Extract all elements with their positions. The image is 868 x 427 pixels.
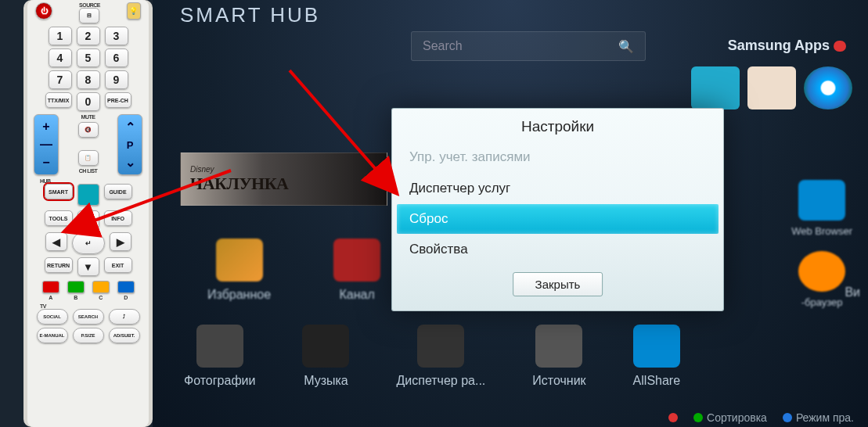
tools-button[interactable]: TOOLS [45, 210, 73, 226]
num-0[interactable]: 0 [77, 92, 100, 111]
allshare-icon [633, 325, 680, 368]
guide-button[interactable]: GUIDE [104, 184, 132, 199]
channel-app[interactable]: Канал [333, 239, 380, 302]
music-icon [302, 325, 349, 368]
footer-b-sort: Сортировка [693, 411, 767, 424]
badge-icon [834, 41, 846, 52]
footer-nav: Сортировка Режим пра. [668, 411, 854, 424]
channel-icon [333, 239, 380, 282]
mute-label: MUTE [81, 114, 95, 120]
num-8[interactable]: 8 [77, 70, 100, 89]
footer-a [668, 411, 678, 424]
top-app-2[interactable] [747, 66, 796, 109]
num-9[interactable]: 9 [105, 70, 128, 89]
dialog-item-accounts[interactable]: Упр. учет. записями [392, 142, 723, 173]
vol-down-icon: − [42, 156, 49, 170]
banner-title: ЧАКЛУНКА [190, 174, 288, 193]
ttx-button[interactable]: TTX/MIX [45, 92, 72, 108]
browser-app[interactable]: -браузер [791, 251, 852, 308]
app-row-2: Фотографии Музыка Диспетчер ра... Источн… [184, 325, 680, 388]
dialog-close-button[interactable]: Закрыть [513, 272, 603, 296]
color-a-button[interactable] [42, 281, 59, 293]
source-button[interactable]: ⊟ [79, 8, 99, 23]
num-6[interactable]: 6 [105, 48, 128, 67]
source-icon [535, 325, 582, 368]
color-b-button[interactable] [67, 281, 85, 293]
app-row-1: Избранное Канал [207, 239, 380, 302]
color-d-button[interactable] [117, 281, 135, 293]
mute-button[interactable]: 🔇 [78, 122, 99, 138]
favorites-app[interactable]: Избранное [207, 239, 271, 302]
tv-label: TV [40, 303, 142, 309]
channel-rocker[interactable]: ⌃ P ⌄ [117, 114, 142, 175]
chlist-button[interactable]: 📋 [78, 150, 99, 166]
ch-up-icon: ⌃ [125, 120, 135, 135]
volume-rocker[interactable]: + — − [34, 114, 59, 175]
menu-icon-button[interactable] [77, 184, 99, 206]
num-5[interactable]: 5 [77, 48, 100, 67]
remote-control: ⏻ SOURCE ⊟ 💡 1 2 3 4 5 6 7 8 9 TTX/MIX 0… [27, 0, 149, 427]
video-app-label[interactable]: Ви [845, 285, 860, 300]
power-button[interactable]: ⏻ [35, 2, 52, 20]
num-7[interactable]: 7 [49, 70, 72, 89]
return-button[interactable]: RETURN [45, 257, 73, 273]
dialog-title: Настройки [392, 109, 723, 142]
dialog-item-properties[interactable]: Свойства [392, 234, 723, 265]
right-app-column: Web Browser -браузер [791, 180, 852, 308]
top-app-1[interactable] [691, 66, 740, 109]
top-app-row [691, 66, 852, 109]
adsubt-button[interactable]: AD/SUBT. [109, 328, 140, 343]
banner-brand: Disney [190, 165, 288, 174]
info-button[interactable]: INFO [104, 210, 132, 226]
smarthub-title: SMART HUB [180, 3, 320, 27]
dialog-item-services[interactable]: Диспетчер услуг [392, 173, 723, 204]
dispatcher-icon [417, 325, 464, 368]
photos-app[interactable]: Фотографии [184, 325, 255, 388]
num-2[interactable]: 2 [77, 27, 100, 45]
down-arrow[interactable]: ▼ [77, 257, 99, 276]
featured-banner[interactable]: Disney ЧАКЛУНКА [180, 152, 387, 206]
social-button[interactable]: SOCIAL [37, 309, 68, 325]
d-button[interactable]: ⤴ [109, 309, 140, 325]
allshare-app[interactable]: AllShare [633, 325, 680, 388]
right-arrow[interactable]: ▶ [110, 232, 131, 251]
psize-button[interactable]: P.SIZE [73, 328, 104, 343]
search-input[interactable]: Search 🔍 [411, 31, 646, 61]
enter-button[interactable]: ↵ [72, 232, 105, 254]
left-arrow[interactable]: ◀ [45, 232, 67, 251]
footer-d-mode: Режим пра. [783, 411, 854, 424]
color-c-button[interactable] [92, 281, 110, 293]
search-placeholder: Search [423, 39, 463, 53]
exit-button[interactable]: EXIT [104, 257, 132, 273]
dialog-item-reset[interactable]: Сброс [397, 204, 719, 234]
globe-icon [798, 180, 845, 221]
ch-down-icon: ⌄ [125, 155, 135, 170]
photos-icon [196, 325, 243, 368]
num-1[interactable]: 1 [49, 27, 72, 45]
source-label: SOURCE [79, 2, 100, 8]
chlist-label: CH LIST [79, 168, 98, 174]
hub-label: HUB [40, 178, 142, 184]
browser-icon [798, 251, 845, 292]
tv-screen: SMART HUB Search 🔍 Samsung Apps Disney Ч… [153, 0, 868, 427]
up-arrow[interactable]: ▲ [77, 210, 99, 229]
dispatcher-app[interactable]: Диспетчер ра... [396, 325, 485, 388]
samsung-apps-link[interactable]: Samsung Apps [728, 38, 846, 54]
source-app[interactable]: Источник [532, 325, 585, 388]
web-browser-app[interactable]: Web Browser [791, 180, 852, 237]
num-3[interactable]: 3 [105, 27, 128, 45]
prech-button[interactable]: PRE-CH [105, 92, 131, 108]
vol-up-icon: + [42, 120, 49, 134]
smart-hub-button[interactable]: SMART [45, 184, 73, 199]
favorites-icon [216, 239, 263, 282]
music-app[interactable]: Музыка [302, 325, 349, 388]
top-app-3[interactable] [804, 66, 852, 109]
light-button[interactable]: 💡 [127, 2, 141, 20]
search-icon: 🔍 [618, 39, 634, 54]
emanual-button[interactable]: E-MANUAL [37, 328, 68, 343]
search-button[interactable]: SEARCH [73, 309, 104, 325]
num-4[interactable]: 4 [49, 48, 72, 67]
settings-dialog: Настройки Упр. учет. записями Диспетчер … [391, 108, 724, 311]
